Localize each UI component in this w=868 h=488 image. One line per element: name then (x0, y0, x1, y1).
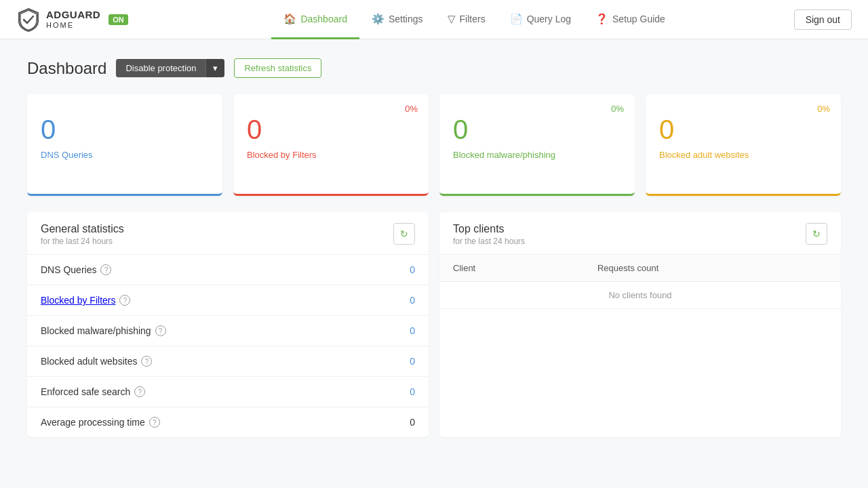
stat-card-blocked-filters: 0% 0 Blocked by Filters (233, 94, 429, 196)
status-badge: ON (108, 14, 128, 25)
blocked-filters-label: Blocked by Filters (247, 150, 415, 160)
blocked-filters-help-icon[interactable]: ? (119, 295, 130, 306)
stat-cards: 0 DNS Queries 0% 0 Blocked by Filters 0%… (27, 94, 841, 196)
filters-icon: ▽ (448, 13, 456, 25)
blocked-malware-row-label: Blocked malware/phishing (41, 325, 151, 336)
stat-card-blocked-adult: 0% 0 Blocked adult websites (646, 94, 841, 196)
disable-btn-arrow[interactable]: ▾ (205, 59, 224, 77)
safe-search-help-icon[interactable]: ? (134, 386, 145, 397)
dns-queries-row-value: 0 (410, 264, 415, 275)
col-requests: Requests count (584, 255, 841, 282)
blocked-filters-value: 0 (247, 115, 415, 144)
dns-queries-row-label: DNS Queries (41, 264, 96, 275)
general-stats-panel: General statistics for the last 24 hours… (27, 212, 429, 437)
refresh-statistics-button[interactable]: Refresh statistics (234, 58, 321, 78)
clients-table: Client Requests count No clients found (439, 255, 841, 309)
blocked-malware-label: Blocked malware/phishing (453, 150, 621, 160)
main-content: Dashboard Disable protection ▾ Refresh s… (0, 39, 868, 456)
nav-filters[interactable]: ▽ Filters (435, 1, 498, 39)
nav-dashboard[interactable]: 🏠 Dashboard (271, 1, 359, 39)
disable-btn-label: Disable protection (116, 59, 205, 77)
top-clients-title: Top clients (453, 223, 525, 235)
dashboard-icon: 🏠 (283, 13, 296, 25)
general-stats-title: General statistics (41, 223, 124, 235)
blocked-malware-percent: 0% (611, 104, 624, 114)
dns-queries-value: 0 (41, 115, 209, 144)
nav-links: 🏠 Dashboard ⚙️ Settings ▽ Filters 📄 Quer… (155, 1, 794, 39)
blocked-filters-row-link[interactable]: Blocked by Filters (41, 295, 115, 306)
stats-row-safe-search: Enforced safe search ? 0 (27, 377, 429, 407)
blocked-malware-row-value: 0 (410, 325, 415, 336)
blocked-adult-value: 0 (659, 115, 827, 144)
page-title: Dashboard (27, 59, 106, 78)
col-client: Client (439, 255, 584, 282)
blocked-malware-help-icon[interactable]: ? (155, 325, 166, 336)
blocked-adult-label: Blocked adult websites (659, 150, 827, 160)
stat-card-blocked-malware: 0% 0 Blocked malware/phishing (439, 94, 635, 196)
top-clients-header: Top clients for the last 24 hours ↻ (439, 212, 841, 255)
brand-logo (16, 7, 41, 32)
brand-name: ADGUARD HOME (46, 9, 100, 29)
blocked-adult-row-value: 0 (410, 356, 415, 367)
general-stats-subtitle: for the last 24 hours (41, 237, 124, 246)
no-clients-message: No clients found (439, 282, 841, 309)
blocked-malware-value: 0 (453, 115, 621, 144)
dns-queries-label: DNS Queries (41, 150, 209, 160)
blocked-adult-help-icon[interactable]: ? (141, 356, 152, 367)
stat-card-dns: 0 DNS Queries (27, 94, 222, 196)
stats-row-blocked-malware: Blocked malware/phishing ? 0 (27, 316, 429, 346)
querylog-icon: 📄 (510, 13, 523, 25)
brand: ADGUARD HOME ON (16, 7, 128, 32)
nav-settings[interactable]: ⚙️ Settings (359, 1, 435, 39)
stats-row-dns: DNS Queries ? 0 (27, 255, 429, 285)
nav-querylog[interactable]: 📄 Query Log (498, 1, 583, 39)
stats-row-blocked-filters: Blocked by Filters ? 0 (27, 285, 429, 316)
avg-time-row-value: 0 (410, 417, 415, 428)
general-stats-refresh-button[interactable]: ↻ (393, 223, 415, 245)
signout-button[interactable]: Sign out (794, 9, 852, 30)
top-clients-subtitle: for the last 24 hours (453, 237, 525, 246)
avg-time-help-icon[interactable]: ? (149, 417, 160, 428)
blocked-filters-percent: 0% (405, 104, 418, 114)
stats-row-blocked-adult: Blocked adult websites ? 0 (27, 346, 429, 377)
page-header: Dashboard Disable protection ▾ Refresh s… (27, 58, 841, 78)
nav-setupguide[interactable]: ❓ Setup Guide (583, 1, 677, 39)
disable-protection-button[interactable]: Disable protection ▾ (116, 59, 224, 77)
settings-icon: ⚙️ (372, 13, 384, 25)
stats-row-avg-time: Average processing time ? 0 (27, 407, 429, 437)
blocked-adult-row-label: Blocked adult websites (41, 356, 137, 367)
blocked-adult-percent: 0% (817, 104, 830, 114)
top-clients-refresh-button[interactable]: ↻ (806, 223, 827, 245)
general-stats-table: DNS Queries ? 0 Blocked by Filters ? 0 B… (27, 255, 429, 437)
general-stats-header: General statistics for the last 24 hours… (27, 212, 429, 255)
safe-search-row-label: Enforced safe search (41, 386, 130, 397)
top-clients-panel: Top clients for the last 24 hours ↻ Clie… (439, 212, 841, 437)
setupguide-icon: ❓ (595, 13, 608, 25)
blocked-filters-row-value: 0 (410, 295, 415, 306)
dns-queries-help-icon[interactable]: ? (100, 264, 111, 275)
safe-search-row-value: 0 (410, 386, 415, 397)
avg-time-row-label: Average processing time (41, 417, 145, 428)
navbar: ADGUARD HOME ON 🏠 Dashboard ⚙️ Settings … (0, 0, 868, 39)
lower-section: General statistics for the last 24 hours… (27, 212, 841, 437)
